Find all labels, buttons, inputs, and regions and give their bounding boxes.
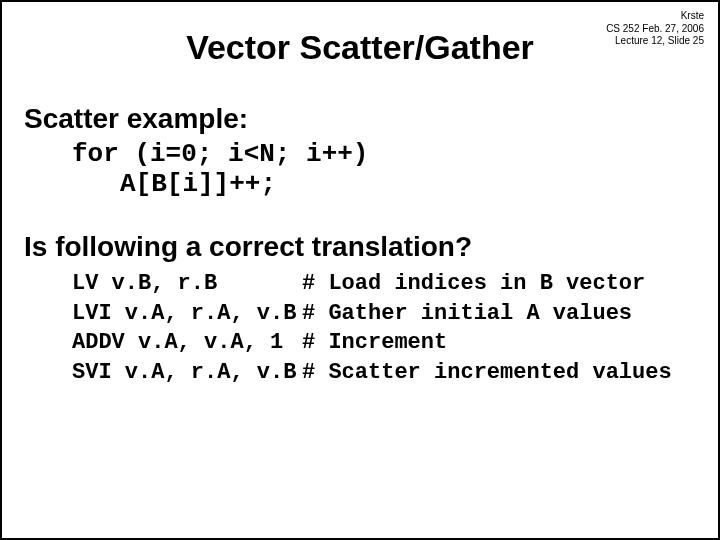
meta-author: Krste xyxy=(606,10,704,23)
asm-row: ADDV v.A, v.A, 1# Increment xyxy=(72,328,696,358)
asm-instr: LV v.B, r.B xyxy=(72,269,302,299)
meta-lecture: Lecture 12, Slide 25 xyxy=(606,35,704,48)
asm-comment: # Scatter incremented values xyxy=(302,360,672,385)
asm-instr: SVI v.A, r.A, v.B xyxy=(72,358,302,388)
asm-instr: ADDV v.A, v.A, 1 xyxy=(72,328,302,358)
example-code-line-1: for (i=0; i<N; i++) xyxy=(24,139,696,169)
asm-row: LVI v.A, r.A, v.B# Gather initial A valu… xyxy=(72,299,696,329)
slide-content: Scatter example: for (i=0; i<N; i++) A[B… xyxy=(2,103,718,388)
translation-question: Is following a correct translation? xyxy=(24,231,696,263)
meta-course: CS 252 Feb. 27, 2006 xyxy=(606,23,704,36)
asm-comment: # Gather initial A values xyxy=(302,301,632,326)
asm-instr: LVI v.A, r.A, v.B xyxy=(72,299,302,329)
example-heading: Scatter example: xyxy=(24,103,696,135)
example-code-line-2: A[B[i]]++; xyxy=(24,169,696,199)
asm-row: SVI v.A, r.A, v.B# Scatter incremented v… xyxy=(72,358,696,388)
slide-meta: Krste CS 252 Feb. 27, 2006 Lecture 12, S… xyxy=(606,10,704,48)
assembly-block: LV v.B, r.B# Load indices in B vector LV… xyxy=(24,269,696,388)
asm-row: LV v.B, r.B# Load indices in B vector xyxy=(72,269,696,299)
asm-comment: # Load indices in B vector xyxy=(302,271,645,296)
asm-comment: # Increment xyxy=(302,330,447,355)
scatter-example-block: Scatter example: for (i=0; i<N; i++) A[B… xyxy=(24,103,696,199)
